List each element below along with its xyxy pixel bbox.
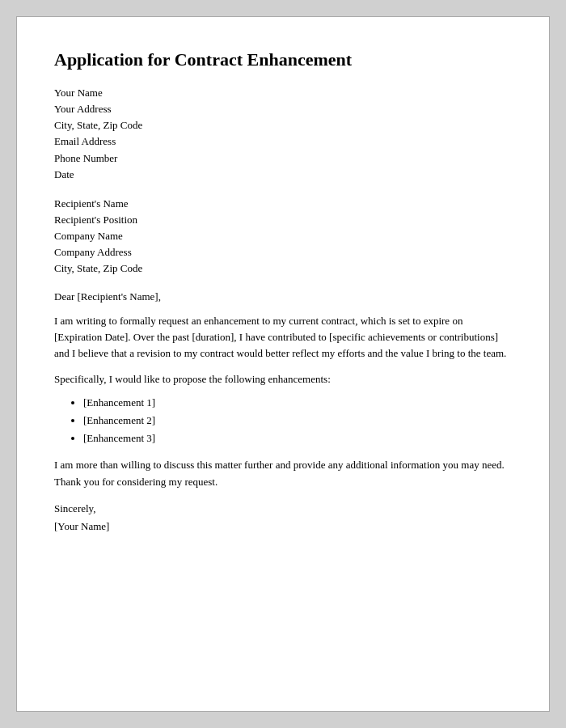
recipient-company-name: Company Name	[54, 228, 512, 244]
enhancements-intro: Specifically, I would like to propose th…	[54, 371, 512, 387]
paragraph-1: I am writing to formally request an enha…	[54, 313, 512, 362]
document-title: Application for Contract Enhancement	[54, 49, 512, 70]
sender-name: Your Name	[54, 85, 512, 101]
sender-address: Your Address	[54, 101, 512, 117]
enhancements-list: [Enhancement 1] [Enhancement 2] [Enhance…	[83, 394, 512, 447]
paragraph-3: I am more than willing to discuss this m…	[54, 457, 512, 489]
closing-block: Sincerely, [Your Name]	[54, 500, 512, 535]
document-page: Application for Contract Enhancement You…	[16, 16, 550, 712]
recipient-position: Recipient's Position	[54, 212, 512, 228]
enhancement-item-1: [Enhancement 1]	[83, 394, 512, 412]
sender-date: Date	[54, 167, 512, 183]
closing-name: [Your Name]	[54, 518, 512, 535]
sender-phone: Phone Number	[54, 150, 512, 167]
sender-email: Email Address	[54, 133, 512, 150]
sender-city-state-zip: City, State, Zip Code	[54, 117, 512, 133]
recipient-company-address: Company Address	[54, 244, 512, 260]
recipient-name: Recipient's Name	[54, 196, 512, 212]
salutation: Dear [Recipient's Name],	[54, 290, 512, 303]
enhancement-item-2: [Enhancement 2]	[83, 412, 512, 430]
closing-sign-off: Sincerely,	[54, 500, 512, 518]
enhancement-item-3: [Enhancement 3]	[83, 430, 512, 447]
sender-block: Your Name Your Address City, State, Zip …	[54, 85, 512, 183]
recipient-block: Recipient's Name Recipient's Position Co…	[54, 196, 512, 277]
recipient-city-state-zip: City, State, Zip Code	[54, 260, 512, 277]
